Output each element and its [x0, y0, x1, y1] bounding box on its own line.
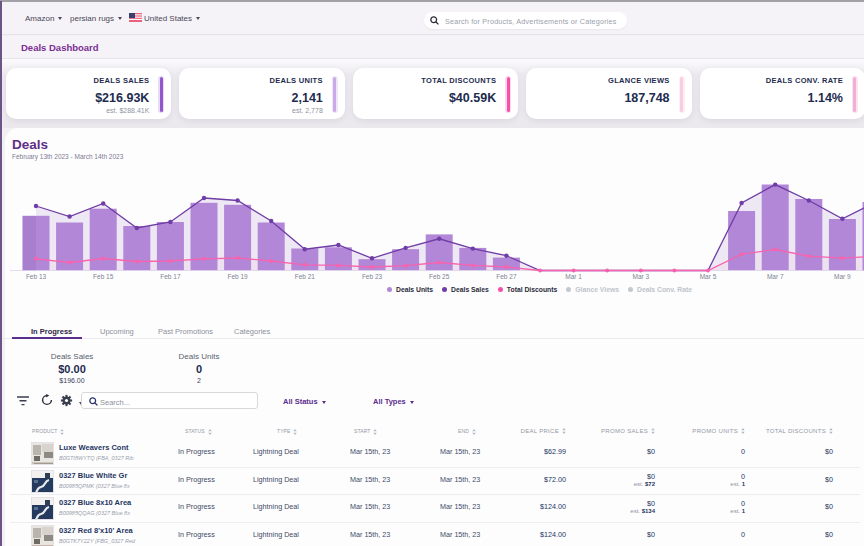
svg-text:Feb 15: Feb 15 — [93, 273, 114, 280]
svg-text:Feb 23: Feb 23 — [362, 273, 383, 280]
svg-text:Mar 5: Mar 5 — [700, 273, 717, 280]
svg-text:Mar 9: Mar 9 — [834, 273, 851, 280]
svg-text:Mar 1: Mar 1 — [565, 273, 582, 280]
svg-text:Feb 21: Feb 21 — [295, 273, 316, 280]
svg-text:Feb 17: Feb 17 — [160, 273, 181, 280]
svg-text:Feb 25: Feb 25 — [429, 273, 450, 280]
svg-text:Feb 27: Feb 27 — [496, 273, 517, 280]
svg-text:Mar 3: Mar 3 — [632, 273, 649, 280]
svg-text:Feb 19: Feb 19 — [227, 273, 248, 280]
svg-text:Feb 13: Feb 13 — [26, 273, 47, 280]
svg-text:Mar 7: Mar 7 — [767, 273, 784, 280]
